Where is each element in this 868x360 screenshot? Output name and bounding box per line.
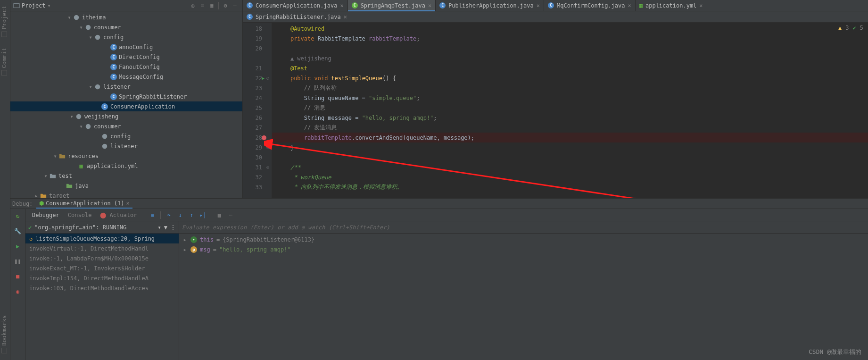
close-icon[interactable]: ×: [699, 2, 703, 9]
tree-node[interactable]: ▾itheima: [10, 12, 242, 22]
code-line[interactable]: rabbitTemplate.convertAndSend(queueName,…: [272, 133, 868, 142]
close-icon[interactable]: ×: [344, 14, 347, 20]
code-line[interactable]: @Autowired: [272, 24, 868, 33]
check-icon[interactable]: ✔: [853, 25, 856, 31]
tree-node[interactable]: SpringRabbitListener: [10, 92, 242, 101]
gutter-line[interactable]: 22▶⊖: [243, 73, 272, 83]
code-line[interactable]: // 消息: [272, 103, 868, 113]
stripe-commit[interactable]: Commit: [0, 44, 8, 79]
code-line[interactable]: ▲ weijisheng: [272, 53, 868, 63]
code-line[interactable]: private RabbitTemplate rabbitTemplate;: [272, 33, 868, 43]
tree-node[interactable]: annoConfig: [10, 42, 242, 52]
stack-frame[interactable]: invokeImpl:154, DirectMethodHandleA: [25, 273, 179, 283]
stack-frame[interactable]: ↺listenSimpleQueueMessage:20, Spring: [25, 234, 179, 243]
threads-icon[interactable]: ≡: [147, 210, 157, 220]
code-line[interactable]: String queueName = "simple.queue";: [272, 93, 868, 103]
tree-node[interactable]: ▾test: [10, 171, 242, 181]
step-over-icon[interactable]: ↷: [164, 210, 174, 220]
gear-icon[interactable]: ⚙: [221, 1, 230, 10]
tree-node[interactable]: application.yml: [10, 161, 242, 171]
code-line[interactable]: // 队列名称: [272, 83, 868, 93]
collapse-all-icon[interactable]: ≣: [207, 1, 216, 10]
variable-row[interactable]: ▸✦this = {SpringRabbitListener@6113}: [182, 234, 865, 244]
stack-frame[interactable]: invokeExact_MT:-1, Invokers$Holder: [25, 263, 179, 273]
code-line[interactable]: @Test: [272, 63, 868, 73]
gutter-line[interactable]: 31⊖: [243, 162, 272, 172]
gutter-line[interactable]: 28: [243, 133, 272, 142]
code-line[interactable]: /**: [272, 162, 868, 172]
gutter-line[interactable]: 19: [243, 33, 272, 43]
project-title[interactable]: Project: [22, 2, 46, 9]
fold-icon[interactable]: ⊖: [266, 145, 269, 150]
editor-tab[interactable]: CSpringAmqpTest.java×: [348, 0, 436, 11]
gutter-line[interactable]: 33: [243, 182, 272, 192]
code-body[interactable]: ▲3 ✔5 @Autowired private RabbitTemplate …: [272, 23, 868, 198]
resume-icon[interactable]: ▶: [13, 241, 23, 251]
expand-arrow-icon[interactable]: ▾: [88, 84, 93, 90]
editor-tab[interactable]: CPublisherApplication.java×: [436, 0, 544, 11]
step-into-icon[interactable]: ↓: [175, 210, 185, 220]
rerun-icon[interactable]: ↻: [13, 211, 23, 221]
editor-tab[interactable]: CMqConfirmConfig.java×: [544, 0, 636, 11]
stack-frame[interactable]: invokeVirtual:-1, DirectMethodHandl: [25, 243, 179, 253]
expand-arrow-icon[interactable]: ▾: [88, 34, 93, 41]
expand-caret-icon[interactable]: ▸: [182, 236, 188, 243]
expand-arrow-icon[interactable]: ▾: [43, 173, 48, 179]
close-icon[interactable]: ×: [628, 2, 631, 9]
editor-tab[interactable]: CConsumerApplication.java×: [243, 0, 348, 11]
tree-node[interactable]: MessageConfig: [10, 72, 242, 82]
code-line[interactable]: * 向队列中不停发送消息，模拟消息堆积。: [272, 182, 868, 192]
fold-icon[interactable]: ⊖: [266, 165, 269, 170]
expand-arrow-icon[interactable]: ▾: [69, 113, 74, 120]
run-to-cursor-icon[interactable]: ▸|: [198, 210, 208, 220]
pause-icon[interactable]: ❚❚: [13, 256, 23, 267]
tree-node[interactable]: ▸target: [10, 191, 242, 198]
thread-dropdown-icon[interactable]: ▾: [158, 224, 161, 231]
filter-icon[interactable]: ▼: [164, 224, 167, 231]
stack-frame[interactable]: invoke:-1, LambdaForm$MH/0x0000015e: [25, 253, 179, 263]
evaluate-icon[interactable]: ▦: [214, 210, 224, 220]
stripe-project[interactable]: Project: [0, 2, 8, 41]
tree-node[interactable]: config: [10, 131, 242, 141]
stop-icon[interactable]: ■: [13, 271, 23, 282]
expand-arrow-icon[interactable]: ▾: [79, 24, 83, 31]
gutter-line[interactable]: 26: [243, 113, 272, 123]
debug-run-config-tab[interactable]: ⬢ ConsumerApplication (1) ×: [36, 199, 132, 209]
tree-node[interactable]: DirectConfig: [10, 52, 242, 62]
trace-icon[interactable]: ⋯: [225, 210, 236, 220]
tab-actuator[interactable]: ⬤ Actuator: [96, 211, 141, 219]
tree-node[interactable]: ▾listener: [10, 82, 242, 92]
locate-icon[interactable]: ◎: [188, 1, 198, 10]
modify-run-icon[interactable]: 🔧: [13, 226, 23, 236]
code-line[interactable]: }: [272, 142, 868, 152]
tree-node[interactable]: ▾consumer: [10, 22, 242, 32]
expand-caret-icon[interactable]: ▸: [182, 246, 188, 253]
gutter-line[interactable]: 20: [243, 43, 272, 53]
gutter-line[interactable]: 24: [243, 93, 272, 103]
tree-node[interactable]: ConsumerApplication: [10, 101, 242, 111]
expand-arrow-icon[interactable]: ▾: [79, 123, 83, 130]
step-out-icon[interactable]: ↑: [186, 210, 197, 220]
tree-node[interactable]: java: [10, 181, 242, 191]
gutter-line[interactable]: 30: [243, 152, 272, 162]
code-line[interactable]: * workQueue: [272, 172, 868, 182]
tree-node[interactable]: FanoutConfig: [10, 62, 242, 72]
code-editor[interactable]: 1819202122▶⊖23242526272829⊖3031⊖3233 ▲3 …: [243, 23, 868, 198]
gutter-line[interactable]: 25: [243, 103, 272, 113]
gutter-line[interactable]: 23: [243, 83, 272, 93]
breakpoints-icon[interactable]: ◉: [13, 286, 23, 297]
expand-arrow-icon[interactable]: ▾: [67, 14, 72, 21]
more-icon[interactable]: ⋮: [170, 224, 176, 231]
tab-debugger[interactable]: Debugger: [28, 211, 63, 219]
code-line[interactable]: [272, 152, 868, 162]
close-icon[interactable]: ×: [340, 2, 343, 9]
stack-frame[interactable]: invoke:103, DirectMethodHandleAcces: [25, 283, 179, 293]
thread-label[interactable]: "org.springfr…ain": RUNNING: [34, 224, 155, 231]
gutter-line[interactable]: 18: [243, 24, 272, 33]
gutter-line[interactable]: 29⊖: [243, 142, 272, 152]
editor-tab[interactable]: CSpringRabbitListener.java×: [243, 11, 351, 22]
code-line[interactable]: [272, 43, 868, 53]
gutter-line[interactable]: 21: [243, 63, 272, 73]
variable-row[interactable]: ▸pmsg = "hello, spring amqp!": [182, 244, 865, 254]
code-line[interactable]: public void testSimpleQueue() {: [272, 73, 868, 83]
